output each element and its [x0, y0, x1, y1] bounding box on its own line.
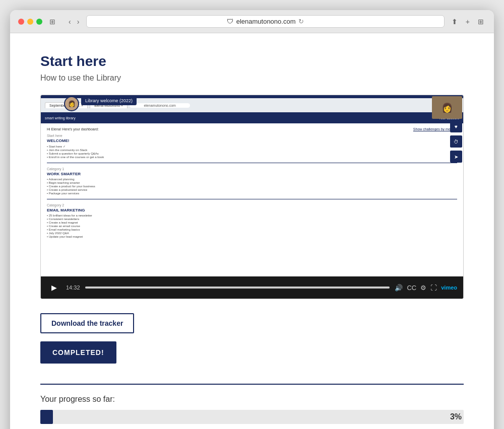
refresh-icon: ↻: [298, 18, 304, 25]
screenshot-cat2-item-7: • Update your lead magnet: [47, 235, 457, 238]
send-icon[interactable]: ➤: [450, 151, 462, 163]
share-button[interactable]: ⬆: [450, 17, 460, 27]
screenshot-cat1-item-5: • Package your services: [47, 192, 457, 195]
video-title-overlay: Library welcome (2022): [81, 96, 137, 105]
screenshot-address-bar: elenamutonono.com: [130, 103, 190, 108]
progress-percent: 3%: [450, 412, 464, 421]
address-bar[interactable]: 🛡 elenamutonono.com ↻: [86, 15, 444, 28]
screenshot-cat2-item-6: • July 2022 Q&A: [47, 232, 457, 235]
video-time: 14:32: [66, 284, 80, 291]
screenshot-left: Hi Elena! Here's your dashboard: Show ch…: [47, 127, 457, 272]
browser-window: ⊞ ‹ › 🛡 elenamutonono.com ↻ ⬆ + ⊞ Start …: [10, 10, 494, 429]
video-progress-fill: [85, 287, 390, 289]
screenshot-cat1-item-1: • Advanced planning: [47, 178, 457, 181]
screenshot-logo: smart writing library: [45, 116, 76, 120]
video-screenshot: September: Creat... × Elena Mutonono × e…: [41, 95, 463, 276]
new-tab-button[interactable]: +: [464, 17, 472, 27]
video-embed: September: Creat... × Elena Mutonono × e…: [40, 95, 464, 299]
screenshot-inner: September: Creat... × Elena Mutonono × e…: [41, 95, 463, 276]
settings-icon[interactable]: ⚙: [420, 284, 426, 292]
screenshot-cat2-item-4: • Create an email course: [47, 225, 457, 228]
screenshot-welcome-label: Start here: [47, 134, 457, 137]
side-actions: ♥ ⏱ ➤: [450, 120, 462, 163]
screenshot-cat1-heading: WORK SMARTER: [47, 172, 457, 176]
screenshot-body: Hi Elena! Here's your dashboard: Show ch…: [41, 123, 463, 276]
screenshot-greeting: Hi Elena! Here's your dashboard:: [47, 127, 99, 131]
screenshot-welcome-item-1: • Start here ✓: [47, 145, 457, 148]
screenshot-divider-1: [47, 163, 457, 163]
forward-button[interactable]: ›: [75, 17, 82, 27]
video-title-text: Library welcome (2022): [85, 98, 133, 103]
screenshot-cat2-items: • 25 brilliant ideas for a newsletter • …: [47, 214, 457, 238]
screenshot-cat1-item-2: • Begin teaching smarter: [47, 181, 457, 184]
screenshot-welcome-heading: WELCOME!: [47, 138, 457, 143]
minimize-button[interactable]: [27, 19, 33, 25]
progress-label: Your progress so far:: [40, 395, 464, 404]
screenshot-cat2-heading: EMAIL MARKETING: [47, 208, 457, 212]
url-text: elenamutonono.com: [236, 18, 296, 25]
screenshot-cat2-label: Category 2: [47, 203, 457, 207]
vimeo-logo: vimeo: [441, 284, 457, 291]
clock-icon[interactable]: ⏱: [450, 135, 462, 148]
grid-button[interactable]: ⊞: [476, 17, 486, 27]
screenshot-cat1-items: • Advanced planning • Begin teaching sma…: [47, 178, 457, 195]
screenshot-welcome-items: • Start here ✓ • Join the community on S…: [47, 145, 457, 159]
traffic-lights: [18, 19, 42, 25]
maximize-button[interactable]: [36, 19, 42, 25]
download-tracker-button[interactable]: Download the tracker: [40, 313, 134, 333]
browser-toolbar: ⊞ ‹ › 🛡 elenamutonono.com ↻ ⬆ + ⊞: [10, 10, 494, 33]
page-content: Start here How to use the Library Septem…: [10, 33, 494, 429]
play-button[interactable]: ▶: [47, 280, 61, 295]
screenshot-cat2-item-1: • 25 brilliant ideas for a newsletter: [47, 214, 457, 217]
screenshot-cat2-item-5: • Email marketing basics: [47, 228, 457, 231]
screenshot-welcome-item-3: • Submit a question for quarterly Q&As: [47, 152, 457, 155]
close-button[interactable]: [18, 19, 24, 25]
screenshot-divider-2: [47, 199, 457, 199]
screenshot-cat2-item-3: • Create a lead magnet: [47, 221, 457, 224]
video-controls: ▶ 14:32 🔊 CC ⚙ ⛶ vimeo: [41, 276, 463, 299]
pip-video: 👩: [432, 96, 462, 119]
heart-icon[interactable]: ♥: [450, 120, 462, 132]
progress-section: Your progress so far: 3%: [40, 384, 464, 424]
avatar-overlay: 👩: [64, 96, 79, 111]
screenshot-welcome-item-4: • Enroll in one of the courses or get a …: [47, 156, 457, 159]
back-button[interactable]: ‹: [67, 17, 73, 27]
progress-fill: [40, 410, 53, 424]
completed-button[interactable]: COMPLETED!: [40, 341, 116, 364]
action-buttons: Download the tracker COMPLETED!: [40, 313, 464, 384]
screenshot-cat1-item-3: • Create a product for your business: [47, 185, 457, 188]
volume-icon[interactable]: 🔊: [395, 284, 403, 292]
cc-icon[interactable]: CC: [407, 284, 416, 292]
screenshot-cat1-item-4: • Create a productized service: [47, 188, 457, 191]
page-subtitle: How to use the Library: [40, 74, 464, 83]
screenshot-header-bar: smart writing library Your account: [41, 112, 463, 123]
screenshot-cat1-label: Category 1: [47, 167, 457, 171]
screenshot-welcome-item-2: • Join the community on Slack: [47, 149, 457, 152]
shield-icon: 🛡: [227, 18, 233, 25]
video-progress-bar[interactable]: [85, 287, 390, 289]
video-right-controls: 🔊 CC ⚙ ⛶ vimeo: [395, 284, 457, 292]
sidebar-toggle-button[interactable]: ⊞: [47, 17, 57, 27]
progress-track: 3%: [40, 410, 464, 424]
toolbar-actions: ⬆ + ⊞: [450, 17, 486, 27]
page-title: Start here: [40, 53, 464, 69]
fullscreen-icon[interactable]: ⛶: [430, 284, 437, 292]
screenshot-cat2-item-2: • Consistent newsletters: [47, 218, 457, 221]
